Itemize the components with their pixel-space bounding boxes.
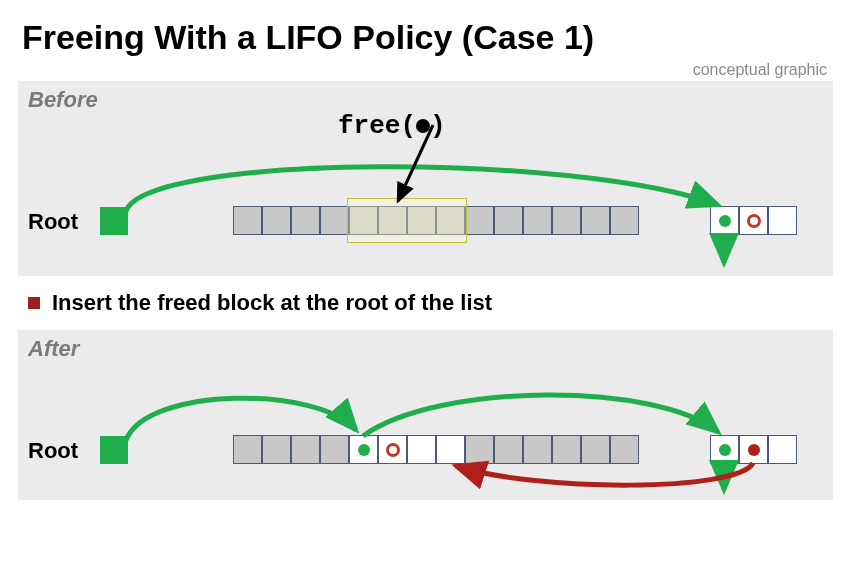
after-panel: After Root [18, 330, 833, 500]
free-node-after [710, 435, 797, 464]
after-label: After [28, 336, 79, 362]
root-node-after [100, 436, 128, 464]
page-title: Freeing With a LIFO Policy (Case 1) [0, 0, 851, 61]
free-call-label: free() [338, 111, 446, 141]
new-next-dot [358, 444, 370, 456]
pointer-dot-icon [416, 119, 430, 133]
before-label: Before [28, 87, 98, 113]
subtitle: conceptual graphic [0, 61, 851, 81]
block-row-before [233, 206, 639, 235]
bullet-icon [28, 297, 40, 309]
prev-pointer-ring [747, 214, 761, 228]
bullet-text: Insert the freed block at the root of th… [52, 290, 492, 316]
arrow-root-to-node [126, 167, 718, 211]
before-panel: Before Root free() [18, 81, 833, 276]
root-node-before [100, 207, 128, 235]
arrow-root-to-newblock [126, 398, 356, 440]
next-pointer-dot [719, 215, 731, 227]
right-prev-dot [748, 444, 760, 456]
right-next-dot [719, 444, 731, 456]
free-text: free( [338, 111, 416, 141]
root-label-before: Root [28, 209, 78, 235]
root-label-after: Root [28, 438, 78, 464]
arrow-newblock-to-right [363, 395, 718, 436]
arrow-back-red [456, 463, 753, 485]
block-row-after [233, 435, 639, 464]
free-node-before [710, 206, 797, 235]
new-prev-ring [386, 443, 400, 457]
bullet-line: Insert the freed block at the root of th… [28, 290, 833, 316]
